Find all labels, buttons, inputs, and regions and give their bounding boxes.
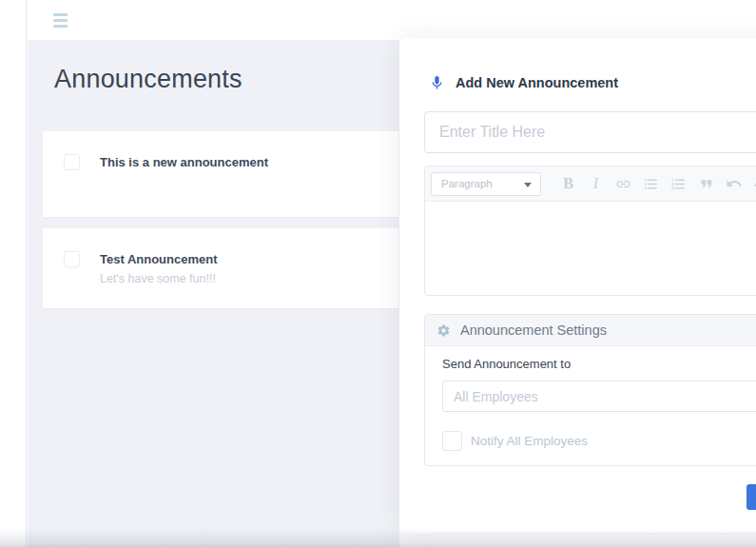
announcement-title[interactable]: Test Announcement bbox=[100, 251, 218, 267]
left-rail bbox=[0, 0, 27, 547]
settings-body: Send Announcement to Notify All Employee… bbox=[425, 346, 756, 451]
editor-toolbar: Paragraph B I bbox=[425, 166, 756, 202]
announcement-body: Test Announcement Let's have some fun!!! bbox=[100, 251, 218, 285]
announcement-checkbox[interactable] bbox=[64, 154, 80, 170]
card-header: Add New Announcement bbox=[429, 72, 618, 93]
italic-button[interactable]: I bbox=[582, 171, 610, 196]
announcement-card[interactable]: Test Announcement Let's have some fun!!! bbox=[43, 228, 398, 308]
hamburger-bar bbox=[53, 19, 68, 22]
paragraph-dropdown[interactable]: Paragraph bbox=[431, 172, 541, 196]
notify-checkbox[interactable] bbox=[442, 431, 462, 451]
bold-button[interactable]: B bbox=[554, 171, 582, 196]
announcement-description: Let's have some fun!!! bbox=[100, 272, 218, 285]
settings-header: Announcement Settings bbox=[425, 315, 756, 346]
hamburger-menu-icon[interactable] bbox=[53, 13, 68, 28]
notify-row: Notify All Employees bbox=[442, 431, 756, 451]
announcement-checkbox[interactable] bbox=[64, 251, 80, 267]
notify-label: Notify All Employees bbox=[471, 434, 588, 448]
redo-icon bbox=[753, 175, 756, 192]
announcement-card[interactable]: This is a new announcement bbox=[43, 131, 398, 217]
send-to-select[interactable] bbox=[442, 381, 756, 412]
editor-content-area[interactable] bbox=[425, 202, 756, 295]
announcements-panel: Announcements This is a new announcement… bbox=[28, 40, 399, 547]
numbered-list-button[interactable] bbox=[665, 171, 692, 196]
chevron-down-icon bbox=[524, 183, 532, 187]
undo-icon bbox=[726, 175, 743, 192]
send-to-label: Send Announcement to bbox=[442, 357, 756, 371]
bullet-list-icon bbox=[643, 176, 659, 192]
link-icon bbox=[615, 176, 631, 192]
blockquote-icon bbox=[698, 175, 715, 192]
announcement-title[interactable]: This is a new announcement bbox=[100, 154, 268, 170]
rich-text-editor: Paragraph B I bbox=[424, 166, 756, 296]
title-input[interactable] bbox=[424, 111, 756, 153]
bullet-list-button[interactable] bbox=[637, 171, 665, 196]
announcement-body: This is a new announcement bbox=[100, 154, 268, 170]
hamburger-bar bbox=[53, 25, 68, 28]
microphone-icon bbox=[429, 72, 445, 93]
app-window: Announcements This is a new announcement… bbox=[0, 0, 756, 547]
undo-button[interactable] bbox=[720, 171, 747, 196]
top-bar bbox=[28, 0, 756, 40]
link-button[interactable] bbox=[610, 171, 637, 196]
page-title: Announcements bbox=[54, 65, 242, 94]
submit-button[interactable] bbox=[746, 484, 756, 510]
settings-title: Announcement Settings bbox=[460, 322, 607, 338]
gear-icon bbox=[436, 323, 451, 338]
blockquote-button[interactable] bbox=[692, 171, 720, 196]
redo-button[interactable] bbox=[747, 171, 756, 196]
paragraph-dropdown-label: Paragraph bbox=[441, 178, 493, 189]
card-header-title: Add New Announcement bbox=[456, 75, 618, 90]
hamburger-bar bbox=[53, 13, 68, 16]
announcement-settings: Announcement Settings Send Announcement … bbox=[424, 314, 756, 466]
numbered-list-icon bbox=[670, 176, 687, 192]
add-announcement-card: Add New Announcement Paragraph B I bbox=[399, 38, 756, 533]
